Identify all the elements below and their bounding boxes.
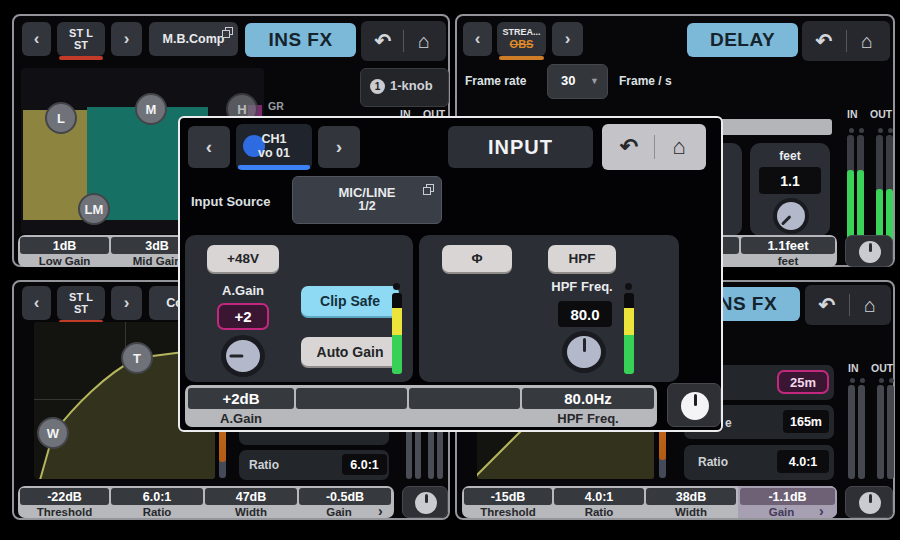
page-title: INS FX: [245, 23, 356, 57]
encoder-knob-icon: [859, 492, 881, 514]
undo-icon[interactable]: ↶: [806, 21, 842, 61]
encoder-assign-button[interactable]: [402, 486, 448, 518]
readout-value[interactable]: 4.0:1: [554, 488, 644, 505]
home-icon[interactable]: ⌂: [848, 21, 886, 61]
frame-rate-value: 30: [561, 73, 575, 88]
feet-value[interactable]: 1.1: [759, 167, 821, 194]
readout-label: Low Gain: [20, 254, 109, 267]
prev-channel-button[interactable]: ‹: [22, 286, 51, 320]
low-band-handle[interactable]: L: [45, 102, 77, 134]
readout-value[interactable]: 1dB: [20, 237, 109, 254]
home-icon[interactable]: ⌂: [851, 285, 889, 325]
again-knob[interactable]: [221, 335, 265, 377]
in-meter-left: [848, 385, 855, 479]
out-meter-right: [886, 135, 893, 245]
feet-knob[interactable]: [773, 198, 809, 234]
channel-name2: OBS: [510, 38, 534, 50]
peak-dot: [888, 128, 893, 133]
input-level-meter: [392, 293, 402, 374]
channel-select-button[interactable]: CH1 vo 01: [236, 124, 312, 170]
in-meter-right: [858, 385, 865, 479]
readout-value[interactable]: -22dB: [20, 488, 109, 505]
next-channel-button[interactable]: ›: [318, 126, 360, 168]
prev-channel-button[interactable]: ‹: [188, 126, 230, 168]
readout-label: Ratio: [554, 505, 644, 518]
low-mid-cross-handle[interactable]: LM: [78, 193, 110, 225]
chevron-left-icon: ‹: [206, 136, 212, 158]
readout-value[interactable]: 47dB: [205, 488, 297, 505]
width-handle[interactable]: W: [37, 417, 69, 449]
undo-icon[interactable]: ↶: [608, 124, 650, 170]
readout-label: Ratio: [111, 505, 203, 518]
peak-dot: [889, 378, 894, 383]
readout-value[interactable]: +2dB: [188, 388, 294, 409]
mixer-screen: ‹ ST L ST › M.B.Comp INS FX ↶ ⌂ 1 1-knob…: [0, 0, 900, 540]
channel-select-button[interactable]: ST L ST: [57, 22, 105, 56]
channel-name: ST L: [69, 291, 93, 303]
readout-value[interactable]: 1.1feet: [741, 237, 835, 254]
prev-channel-button[interactable]: ‹: [463, 22, 492, 56]
feet-label: feet: [750, 149, 830, 163]
encoder-assign-button[interactable]: [667, 383, 721, 427]
one-knob-button[interactable]: 1 1-knob: [360, 68, 449, 107]
home-icon[interactable]: ⌂: [405, 21, 443, 61]
channel-color-bar: [59, 56, 103, 60]
encoder-knob-icon: [415, 492, 437, 514]
param-row-ratio[interactable]: Ratio 6.0:1: [239, 450, 389, 480]
next-channel-button[interactable]: ›: [111, 22, 142, 56]
frame-rate-dropdown[interactable]: 30 ▼: [547, 64, 608, 99]
param-label: e: [725, 416, 732, 430]
encoder-knob-icon: [681, 392, 709, 420]
chevron-right-icon[interactable]: ›: [819, 503, 824, 519]
param-label: Ratio: [249, 458, 279, 472]
peak-dot: [859, 128, 864, 133]
next-channel-button[interactable]: ›: [552, 22, 583, 56]
again-value[interactable]: +2: [217, 303, 269, 330]
readout-label: Width: [205, 505, 297, 518]
clip-safe-button[interactable]: Clip Safe: [301, 286, 399, 316]
in-meter-right: [857, 135, 864, 245]
again-label: A.Gain: [207, 283, 279, 298]
input-popup: ‹ CH1 vo 01 › INPUT ↶ ⌂ Input Source MIC…: [178, 116, 723, 432]
chevron-right-icon[interactable]: ›: [378, 503, 383, 519]
threshold-handle[interactable]: T: [121, 342, 153, 374]
channel-select-button[interactable]: STREA... OBS: [497, 22, 546, 56]
input-source-label: Input Source: [191, 194, 270, 209]
hpf-freq-label: HPF Freq.: [541, 279, 623, 294]
hpf-freq-knob[interactable]: [562, 331, 606, 373]
readout-value[interactable]: 6.0:1: [111, 488, 203, 505]
channel-select-button[interactable]: ST L ST: [57, 286, 105, 320]
readout-value[interactable]: 80.0Hz: [522, 388, 654, 409]
auto-gain-button[interactable]: Auto Gain: [301, 337, 399, 366]
readout-value[interactable]: 38dB: [646, 488, 736, 505]
mid-band-handle[interactable]: M: [135, 93, 167, 125]
readout-value[interactable]: [296, 388, 407, 409]
undo-icon[interactable]: ↶: [809, 285, 845, 325]
chevron-left-icon: ‹: [475, 29, 481, 49]
undo-icon[interactable]: ↶: [365, 21, 401, 61]
readout-label: HPF Freq.: [522, 411, 654, 425]
param-readout-bar: -22dB Threshold 6.0:1 Ratio 47dB Width -…: [18, 486, 394, 518]
readout-value[interactable]: -15dB: [464, 488, 552, 505]
param-readout-bar: -15dB Threshold 4.0:1 Ratio 38dB Width -…: [462, 486, 837, 518]
peak-dot: [878, 128, 883, 133]
encoder-assign-button[interactable]: [845, 486, 893, 518]
phase-button[interactable]: Φ: [442, 245, 512, 272]
readout-label: Threshold: [464, 505, 552, 518]
out-meter-right: [887, 385, 894, 479]
hpf-button[interactable]: HPF: [548, 245, 616, 272]
readout-label: Threshold: [20, 505, 109, 518]
home-icon[interactable]: ⌂: [657, 124, 701, 170]
readout-label: A.Gain: [188, 411, 294, 425]
input-source-button[interactable]: MIC/LINE 1/2: [292, 176, 442, 224]
next-channel-button[interactable]: ›: [111, 286, 142, 320]
encoder-assign-button[interactable]: [845, 235, 893, 267]
readout-value[interactable]: [409, 388, 520, 409]
hpf-freq-value[interactable]: 80.0: [558, 301, 612, 327]
prev-channel-button[interactable]: ‹: [22, 22, 51, 56]
process-select-button[interactable]: M.B.Comp: [149, 22, 238, 56]
delay-feet-card: feet 1.1: [750, 143, 830, 236]
in-label: IN: [847, 108, 858, 120]
phantom-48v-button[interactable]: +48V: [207, 245, 279, 272]
param-row-ratio[interactable]: Ratio 4.0:1: [684, 445, 834, 480]
